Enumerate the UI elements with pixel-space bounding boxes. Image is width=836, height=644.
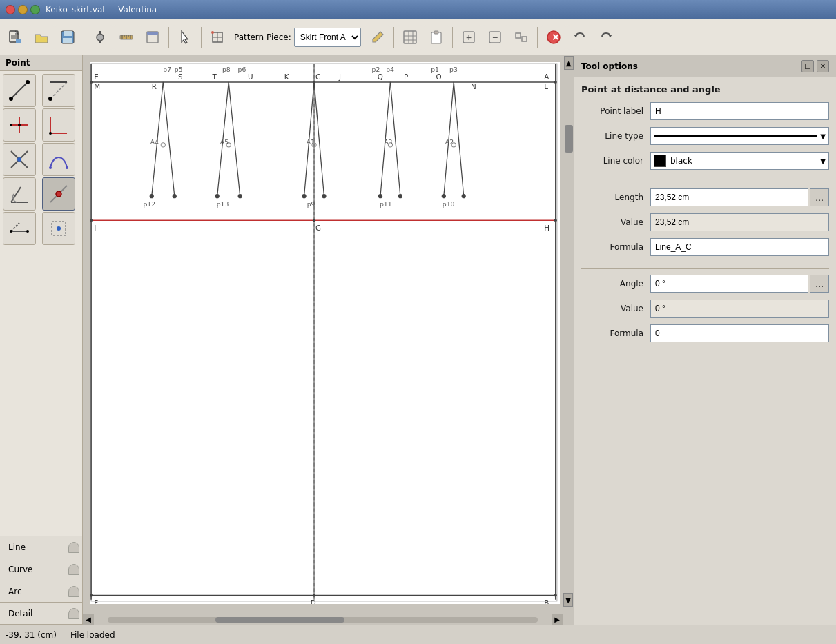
add-pattern-piece-button[interactable] [205, 25, 230, 50]
clipboard-button[interactable] [424, 25, 449, 50]
edit-pattern-button[interactable] [365, 25, 390, 50]
history-button[interactable] [140, 25, 165, 50]
point-on-line-tool[interactable] [42, 177, 75, 211]
tool-options-header: Tool options □ ✕ [574, 55, 836, 77]
undo-button[interactable] [567, 25, 592, 50]
length-value-input [650, 213, 829, 231]
svg-text:p2: p2 [372, 66, 380, 73]
svg-text:B: B [544, 598, 549, 604]
line-color-select[interactable]: black ▼ [650, 152, 829, 170]
zoom-out-button[interactable]: − [483, 25, 507, 50]
svg-text:C: C [315, 72, 320, 81]
length-formula-row: Formula [581, 237, 829, 257]
category-curve[interactable]: Curve [0, 558, 82, 580]
grid-button[interactable] [398, 25, 422, 50]
vertical-scrollbar[interactable]: ▲ ▼ [563, 55, 574, 607]
svg-text:G: G [315, 224, 321, 232]
svg-text:S: S [178, 72, 183, 81]
status-message: File loaded [70, 630, 115, 640]
canvas-area[interactable]: E M R S T U K C J Q P [83, 55, 574, 625]
length-formula-label: Formula [581, 242, 650, 252]
new-button[interactable] [3, 25, 28, 50]
angle-value-row: Value [581, 299, 829, 318]
error-button[interactable]: ✕ [541, 25, 566, 50]
spline-tool[interactable] [42, 143, 75, 176]
tool-options-expand-button[interactable]: □ [801, 60, 814, 72]
svg-point-56 [66, 166, 68, 169]
fit-button[interactable] [509, 25, 534, 50]
pointer-tool-button[interactable] [173, 25, 197, 50]
category-line[interactable]: Line [0, 536, 82, 558]
curve-intersect-tool[interactable] [3, 143, 36, 176]
svg-point-143 [554, 219, 557, 222]
length-field-group: ... [650, 188, 829, 206]
svg-text:−: − [492, 32, 498, 43]
svg-rect-18 [147, 32, 158, 35]
zoom-in-button[interactable]: + [456, 25, 481, 50]
drawing-canvas[interactable]: E M R S T U K C J Q P [90, 62, 560, 604]
angle-row: Angle ... [581, 274, 829, 293]
redo-button[interactable] [594, 25, 619, 50]
svg-rect-6 [70, 31, 72, 36]
scroll-thumb[interactable] [215, 617, 344, 623]
pattern-piece-select[interactable]: Skirt Front A [294, 28, 361, 47]
scroll-track[interactable] [108, 617, 538, 623]
svg-point-83 [215, 194, 220, 198]
minimize-button[interactable] [18, 5, 28, 14]
titlebar: Keiko_skirt.val — Valentina [0, 0, 836, 19]
line-type-select[interactable]: ▼ [650, 127, 829, 145]
along-line-tool[interactable] [3, 212, 36, 245]
svg-rect-33 [516, 33, 521, 38]
horizontal-scrollbar[interactable]: ◀ ▶ [83, 614, 563, 625]
svg-point-99 [462, 194, 466, 198]
svg-point-54 [17, 157, 21, 162]
scroll-left-arrow[interactable]: ◀ [83, 614, 94, 625]
svg-point-88 [302, 194, 306, 198]
svg-text:E: E [94, 72, 99, 81]
svg-text:M: M [94, 82, 100, 90]
open-button[interactable] [29, 25, 54, 50]
svg-text:A: A [544, 72, 549, 81]
category-arc[interactable]: Arc [0, 580, 82, 603]
divider-1 [581, 182, 829, 182]
angle-dots-button[interactable]: ... [810, 275, 829, 293]
length-dots-button[interactable]: ... [810, 188, 829, 206]
line-segment-tool[interactable] [3, 74, 36, 107]
svg-point-64 [26, 230, 29, 233]
maximize-button[interactable] [30, 5, 40, 14]
point-label-input[interactable] [650, 102, 829, 120]
bisector-tool[interactable] [42, 74, 75, 107]
angle-tool[interactable] [3, 177, 36, 211]
color-label-text: black [670, 156, 692, 166]
svg-point-8 [97, 34, 104, 41]
toolbar: Pattern Piece: Skirt Front A + − ✕ [0, 19, 836, 55]
close-button[interactable] [6, 5, 15, 14]
point-label-row: Point label [581, 101, 829, 121]
tool-options-close-button[interactable]: ✕ [817, 60, 829, 72]
scroll-right-arrow[interactable]: ▶ [552, 614, 563, 625]
svg-marker-37 [574, 35, 578, 37]
normal-tool[interactable] [42, 108, 75, 142]
separator-6 [537, 27, 538, 48]
angle-formula-input[interactable] [650, 324, 829, 342]
perpendicular-tool[interactable] [3, 108, 36, 142]
length-input[interactable] [650, 188, 808, 206]
save-button[interactable] [55, 25, 80, 50]
length-value-label: Value [581, 217, 650, 227]
color-swatch [654, 155, 666, 167]
svg-point-89 [322, 194, 326, 198]
angle-value-input [650, 300, 829, 318]
measurements-button[interactable] [114, 25, 139, 50]
length-formula-input[interactable] [650, 238, 829, 256]
tool-grid [0, 71, 82, 248]
category-detail[interactable]: Detail [0, 603, 82, 625]
angle-input[interactable] [650, 275, 808, 293]
svg-text:p8: p8 [222, 66, 231, 73]
svg-rect-7 [63, 38, 72, 43]
svg-text:T: T [211, 72, 217, 81]
tool-options-header-buttons: □ ✕ [801, 60, 829, 72]
settings-button[interactable] [88, 25, 113, 50]
divider-2 [581, 268, 829, 269]
svg-text:p13: p13 [217, 200, 229, 208]
middle-tool[interactable] [42, 212, 75, 245]
